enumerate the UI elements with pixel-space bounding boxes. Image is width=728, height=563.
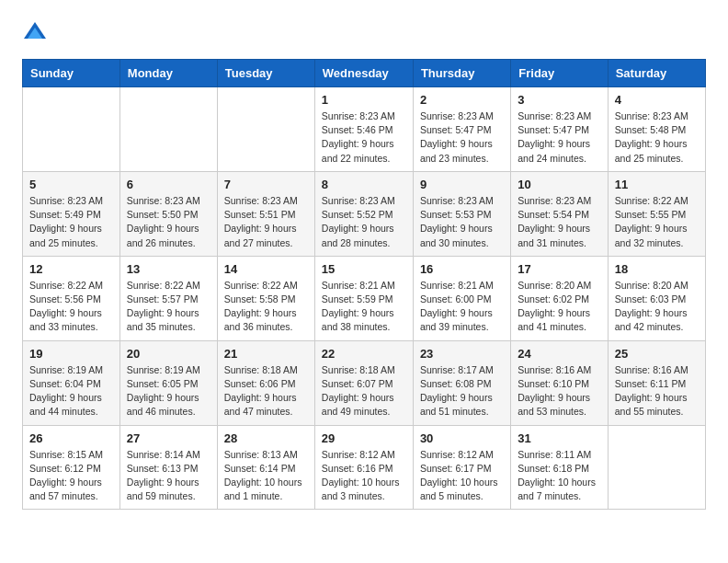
calendar-cell: 13Sunrise: 8:22 AM Sunset: 5:57 PM Dayli…	[119, 256, 217, 340]
day-number: 20	[127, 347, 210, 361]
day-info: Sunrise: 8:13 AM Sunset: 6:14 PM Dayligh…	[224, 448, 308, 504]
calendar-cell: 12Sunrise: 8:22 AM Sunset: 5:56 PM Dayli…	[23, 256, 120, 340]
day-number: 24	[518, 347, 600, 361]
day-number: 30	[420, 431, 504, 445]
calendar-cell: 7Sunrise: 8:23 AM Sunset: 5:51 PM Daylig…	[217, 171, 314, 256]
day-number: 10	[518, 178, 600, 191]
calendar-cell: 4Sunrise: 8:23 AM Sunset: 5:48 PM Daylig…	[608, 87, 705, 172]
day-number: 6	[127, 178, 210, 191]
day-number: 14	[224, 262, 308, 276]
logo-icon	[22, 18, 48, 44]
calendar-cell: 10Sunrise: 8:23 AM Sunset: 5:54 PM Dayli…	[511, 171, 608, 256]
day-info: Sunrise: 8:23 AM Sunset: 5:46 PM Dayligh…	[322, 109, 406, 166]
day-info: Sunrise: 8:12 AM Sunset: 6:17 PM Dayligh…	[420, 448, 504, 504]
calendar-cell: 31Sunrise: 8:11 AM Sunset: 6:18 PM Dayli…	[511, 425, 608, 510]
day-info: Sunrise: 8:19 AM Sunset: 6:04 PM Dayligh…	[29, 363, 113, 419]
day-info: Sunrise: 8:22 AM Sunset: 5:55 PM Dayligh…	[615, 194, 699, 250]
calendar-cell: 16Sunrise: 8:21 AM Sunset: 6:00 PM Dayli…	[413, 256, 510, 340]
day-info: Sunrise: 8:23 AM Sunset: 5:47 PM Dayligh…	[518, 109, 600, 166]
logo	[22, 18, 53, 44]
calendar-cell: 9Sunrise: 8:23 AM Sunset: 5:53 PM Daylig…	[413, 171, 510, 256]
day-number: 3	[518, 93, 600, 107]
day-number: 22	[322, 347, 406, 361]
day-info: Sunrise: 8:23 AM Sunset: 5:49 PM Dayligh…	[29, 194, 113, 250]
calendar-cell	[23, 87, 120, 172]
day-number: 18	[615, 262, 699, 276]
day-number: 9	[420, 178, 504, 191]
day-number: 16	[420, 262, 504, 276]
calendar-table: SundayMondayTuesdayWednesdayThursdayFrid…	[22, 59, 706, 510]
day-number: 2	[420, 93, 504, 107]
weekday-header-row: SundayMondayTuesdayWednesdayThursdayFrid…	[23, 60, 706, 87]
weekday-header: Thursday	[413, 60, 510, 87]
calendar-cell: 20Sunrise: 8:19 AM Sunset: 6:05 PM Dayli…	[119, 340, 217, 425]
day-number: 25	[615, 347, 699, 361]
day-number: 5	[29, 178, 113, 191]
calendar-cell	[119, 87, 217, 172]
page-container: SundayMondayTuesdayWednesdayThursdayFrid…	[0, 0, 728, 528]
calendar-cell: 6Sunrise: 8:23 AM Sunset: 5:50 PM Daylig…	[119, 171, 217, 256]
calendar-cell: 19Sunrise: 8:19 AM Sunset: 6:04 PM Dayli…	[23, 340, 120, 425]
day-info: Sunrise: 8:23 AM Sunset: 5:47 PM Dayligh…	[420, 109, 504, 166]
day-number: 1	[322, 93, 406, 107]
day-number: 4	[615, 93, 699, 107]
calendar-cell: 18Sunrise: 8:20 AM Sunset: 6:03 PM Dayli…	[608, 256, 705, 340]
day-info: Sunrise: 8:23 AM Sunset: 5:50 PM Dayligh…	[127, 194, 210, 250]
calendar-cell: 27Sunrise: 8:14 AM Sunset: 6:13 PM Dayli…	[119, 425, 217, 510]
calendar-cell: 30Sunrise: 8:12 AM Sunset: 6:17 PM Dayli…	[413, 425, 510, 510]
day-info: Sunrise: 8:16 AM Sunset: 6:10 PM Dayligh…	[518, 363, 600, 419]
calendar-cell	[217, 87, 314, 172]
day-info: Sunrise: 8:22 AM Sunset: 5:57 PM Dayligh…	[127, 279, 210, 335]
day-info: Sunrise: 8:23 AM Sunset: 5:48 PM Dayligh…	[615, 109, 699, 166]
day-number: 31	[518, 431, 600, 445]
day-number: 15	[322, 262, 406, 276]
calendar-week-row: 5Sunrise: 8:23 AM Sunset: 5:49 PM Daylig…	[23, 171, 706, 256]
calendar-cell: 22Sunrise: 8:18 AM Sunset: 6:07 PM Dayli…	[314, 340, 413, 425]
calendar-cell	[608, 425, 705, 510]
day-info: Sunrise: 8:21 AM Sunset: 6:00 PM Dayligh…	[420, 279, 504, 335]
calendar-cell: 21Sunrise: 8:18 AM Sunset: 6:06 PM Dayli…	[217, 340, 314, 425]
calendar-cell: 3Sunrise: 8:23 AM Sunset: 5:47 PM Daylig…	[511, 87, 608, 172]
calendar-cell: 14Sunrise: 8:22 AM Sunset: 5:58 PM Dayli…	[217, 256, 314, 340]
day-info: Sunrise: 8:23 AM Sunset: 5:52 PM Dayligh…	[322, 194, 406, 250]
day-number: 8	[322, 178, 406, 191]
calendar-cell: 15Sunrise: 8:21 AM Sunset: 5:59 PM Dayli…	[314, 256, 413, 340]
day-number: 12	[29, 262, 113, 276]
day-info: Sunrise: 8:23 AM Sunset: 5:51 PM Dayligh…	[224, 194, 308, 250]
calendar-cell: 8Sunrise: 8:23 AM Sunset: 5:52 PM Daylig…	[314, 171, 413, 256]
day-info: Sunrise: 8:16 AM Sunset: 6:11 PM Dayligh…	[615, 363, 699, 419]
day-info: Sunrise: 8:19 AM Sunset: 6:05 PM Dayligh…	[127, 363, 210, 419]
calendar-cell: 5Sunrise: 8:23 AM Sunset: 5:49 PM Daylig…	[23, 171, 120, 256]
calendar-cell: 11Sunrise: 8:22 AM Sunset: 5:55 PM Dayli…	[608, 171, 705, 256]
calendar-cell: 17Sunrise: 8:20 AM Sunset: 6:02 PM Dayli…	[511, 256, 608, 340]
day-info: Sunrise: 8:22 AM Sunset: 5:56 PM Dayligh…	[29, 279, 113, 335]
weekday-header: Saturday	[608, 60, 705, 87]
day-info: Sunrise: 8:17 AM Sunset: 6:08 PM Dayligh…	[420, 363, 504, 419]
calendar-cell: 2Sunrise: 8:23 AM Sunset: 5:47 PM Daylig…	[413, 87, 510, 172]
day-info: Sunrise: 8:15 AM Sunset: 6:12 PM Dayligh…	[29, 448, 113, 504]
weekday-header: Tuesday	[217, 60, 314, 87]
day-number: 13	[127, 262, 210, 276]
day-number: 23	[420, 347, 504, 361]
day-info: Sunrise: 8:12 AM Sunset: 6:16 PM Dayligh…	[322, 448, 406, 504]
day-number: 11	[615, 178, 699, 191]
day-number: 27	[127, 431, 210, 445]
day-info: Sunrise: 8:20 AM Sunset: 6:02 PM Dayligh…	[518, 279, 600, 335]
weekday-header: Wednesday	[314, 60, 413, 87]
calendar-week-row: 1Sunrise: 8:23 AM Sunset: 5:46 PM Daylig…	[23, 87, 706, 172]
day-info: Sunrise: 8:22 AM Sunset: 5:58 PM Dayligh…	[224, 279, 308, 335]
calendar-cell: 1Sunrise: 8:23 AM Sunset: 5:46 PM Daylig…	[314, 87, 413, 172]
calendar-week-row: 12Sunrise: 8:22 AM Sunset: 5:56 PM Dayli…	[23, 256, 706, 340]
calendar-cell: 28Sunrise: 8:13 AM Sunset: 6:14 PM Dayli…	[217, 425, 314, 510]
day-info: Sunrise: 8:14 AM Sunset: 6:13 PM Dayligh…	[127, 448, 210, 504]
calendar-cell: 29Sunrise: 8:12 AM Sunset: 6:16 PM Dayli…	[314, 425, 413, 510]
calendar-cell: 24Sunrise: 8:16 AM Sunset: 6:10 PM Dayli…	[511, 340, 608, 425]
day-info: Sunrise: 8:18 AM Sunset: 6:06 PM Dayligh…	[224, 363, 308, 419]
day-info: Sunrise: 8:21 AM Sunset: 5:59 PM Dayligh…	[322, 279, 406, 335]
calendar-week-row: 26Sunrise: 8:15 AM Sunset: 6:12 PM Dayli…	[23, 425, 706, 510]
day-number: 26	[29, 431, 113, 445]
calendar-cell: 23Sunrise: 8:17 AM Sunset: 6:08 PM Dayli…	[413, 340, 510, 425]
calendar-cell: 25Sunrise: 8:16 AM Sunset: 6:11 PM Dayli…	[608, 340, 705, 425]
day-number: 29	[322, 431, 406, 445]
calendar-cell: 26Sunrise: 8:15 AM Sunset: 6:12 PM Dayli…	[23, 425, 120, 510]
